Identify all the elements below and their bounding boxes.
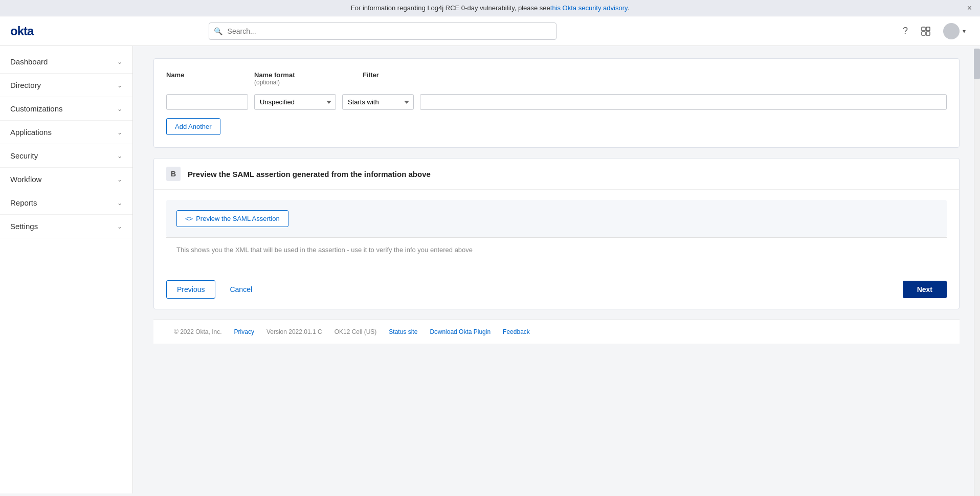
attribute-row: Unspecified Basic URI Reference Starts w… — [166, 94, 947, 110]
sidebar-label-settings: Settings — [10, 222, 38, 231]
sidebar-label-security: Security — [10, 151, 38, 160]
cancel-button[interactable]: Cancel — [221, 281, 260, 298]
sidebar-label-workflow: Workflow — [10, 175, 41, 184]
sidebar-label-reports: Reports — [10, 198, 37, 207]
add-another-button[interactable]: Add Another — [166, 118, 220, 135]
preview-area: <> Preview the SAML Assertion — [166, 200, 947, 237]
banner-close-button[interactable]: × — [967, 4, 972, 13]
action-row: Previous Cancel Next — [154, 272, 959, 309]
header: okta 🔍 ? ▾ — [0, 16, 980, 46]
sidebar-item-applications[interactable]: Applications ⌄ — [0, 121, 132, 144]
svg-rect-0 — [922, 27, 925, 31]
attribute-table: Name Name format (optional) Filter Unspe… — [166, 71, 947, 110]
main-content: Name Name format (optional) Filter Unspe… — [133, 46, 980, 493]
svg-rect-2 — [922, 32, 925, 35]
search-input[interactable] — [209, 22, 556, 40]
preview-btn-label: Preview the SAML Assertion — [196, 215, 280, 222]
chevron-down-icon: ⌄ — [117, 82, 122, 89]
footer-version: Version 2022.01.1 C — [266, 328, 322, 335]
search-bar: 🔍 — [209, 22, 556, 40]
footer: © 2022 Okta, Inc. Privacy Version 2022.0… — [153, 320, 960, 344]
section-b-badge: B — [166, 167, 181, 181]
footer-feedback-link[interactable]: Feedback — [503, 328, 530, 335]
code-icon: <> — [185, 215, 193, 222]
chevron-down-icon: ⌄ — [117, 58, 122, 65]
scrollbar-thumb[interactable] — [974, 49, 980, 79]
sidebar-item-settings[interactable]: Settings ⌄ — [0, 215, 132, 238]
chevron-down-icon: ⌄ — [117, 199, 122, 207]
svg-rect-1 — [926, 27, 930, 31]
section-b-header: B Preview the SAML assertion generated f… — [154, 159, 959, 190]
scrollbar-track — [974, 49, 980, 493]
previous-button[interactable]: Previous — [166, 280, 215, 299]
name-column-header: Name — [166, 71, 248, 90]
chevron-down-icon: ⌄ — [117, 152, 122, 160]
filter-type-select[interactable]: Starts with Ends with Contains Equals Re… — [342, 94, 414, 110]
next-button[interactable]: Next — [903, 281, 947, 298]
banner-text-suffix: . — [628, 4, 630, 12]
search-icon: 🔍 — [214, 27, 222, 35]
sidebar-item-dashboard[interactable]: Dashboard ⌄ — [0, 50, 132, 74]
chevron-down-icon: ▾ — [963, 28, 966, 35]
svg-rect-3 — [926, 32, 930, 35]
filter-value-input[interactable] — [420, 94, 947, 110]
chevron-down-icon: ⌄ — [117, 223, 122, 230]
help-icon[interactable]: ? — [898, 24, 912, 38]
attribute-form-card: Name Name format (optional) Filter Unspe… — [153, 58, 960, 148]
footer-status-link[interactable]: Status site — [389, 328, 417, 335]
user-menu[interactable]: ▾ — [939, 21, 970, 41]
avatar — [943, 23, 960, 39]
okta-logo: okta — [10, 24, 33, 38]
chevron-down-icon: ⌄ — [117, 176, 122, 183]
sidebar-item-reports[interactable]: Reports ⌄ — [0, 191, 132, 215]
format-optional-label: (optional) — [254, 79, 357, 86]
apps-grid-icon[interactable] — [919, 24, 933, 38]
name-format-select[interactable]: Unspecified Basic URI Reference — [254, 94, 336, 110]
banner-text-prefix: For information regarding Log4j RCE 0-da… — [351, 4, 550, 12]
chevron-down-icon: ⌄ — [117, 105, 122, 112]
announcement-banner: For information regarding Log4j RCE 0-da… — [0, 0, 980, 16]
preview-saml-button[interactable]: <> Preview the SAML Assertion — [176, 210, 288, 227]
sidebar-label-customizations: Customizations — [10, 104, 63, 113]
footer-cell: OK12 Cell (US) — [335, 328, 377, 335]
preview-note: This shows you the XML that will be used… — [166, 237, 947, 262]
format-label: Name format — [254, 71, 357, 79]
section-b-card: B Preview the SAML assertion generated f… — [153, 158, 960, 309]
sidebar-label-applications: Applications — [10, 128, 52, 137]
sidebar-label-directory: Directory — [10, 81, 41, 89]
footer-download-link[interactable]: Download Okta Plugin — [430, 328, 491, 335]
main-layout: Dashboard ⌄ Directory ⌄ Customizations ⌄… — [0, 46, 980, 493]
section-b-body: <> Preview the SAML Assertion This shows… — [154, 190, 959, 272]
filter-column-header: Filter — [363, 71, 947, 90]
sidebar: Dashboard ⌄ Directory ⌄ Customizations ⌄… — [0, 46, 133, 493]
sidebar-item-security[interactable]: Security ⌄ — [0, 144, 132, 168]
header-right: ? ▾ — [898, 21, 970, 41]
sidebar-item-workflow[interactable]: Workflow ⌄ — [0, 168, 132, 191]
sidebar-label-dashboard: Dashboard — [10, 57, 48, 66]
banner-link[interactable]: this Okta security advisory — [550, 4, 628, 12]
sidebar-item-customizations[interactable]: Customizations ⌄ — [0, 97, 132, 121]
footer-privacy-link[interactable]: Privacy — [234, 328, 254, 335]
attribute-name-input[interactable] — [166, 94, 248, 110]
footer-copyright: © 2022 Okta, Inc. — [174, 328, 222, 335]
sidebar-item-directory[interactable]: Directory ⌄ — [0, 74, 132, 97]
section-b-title: Preview the SAML assertion generated fro… — [188, 170, 431, 178]
attr-header-row: Name Name format (optional) Filter — [166, 71, 947, 90]
format-column-header: Name format (optional) — [254, 71, 357, 90]
chevron-down-icon: ⌄ — [117, 129, 122, 136]
